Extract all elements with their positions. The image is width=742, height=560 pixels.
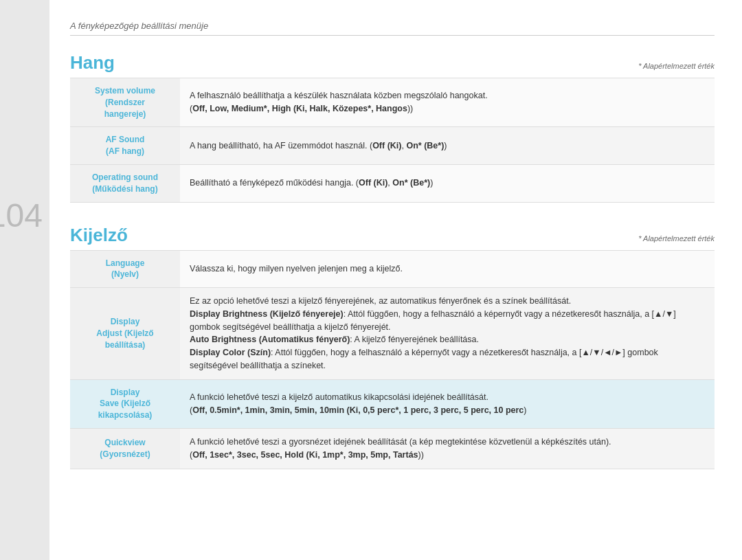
table-row: DisplayAdjust (Kijelzőbeállítása) Ez az … <box>70 288 715 380</box>
desc-language: Válassza ki, hogy milyen nyelven jelenje… <box>180 250 715 288</box>
table-row: System volume(Rendszerhangereje) A felha… <box>70 78 715 127</box>
kijelzo-table: Language(Nyelv) Válassza ki, hogy milyen… <box>70 250 715 469</box>
section-kijelzo-header: Kijelző * Alapértelmezett érték <box>70 225 715 246</box>
label-display-adjust: DisplayAdjust (Kijelzőbeállítása) <box>70 288 180 380</box>
desc-operating-sound: Beállítható a fényképező működési hangja… <box>180 164 715 202</box>
label-language: Language(Nyelv) <box>70 250 180 288</box>
section-kijelzo-title: Kijelző <box>70 225 128 246</box>
desc-system-volume: A felhasználó beállíthatja a készülék ha… <box>180 78 715 127</box>
label-af-sound: AF Sound(AF hang) <box>70 127 180 165</box>
desc-display-save: A funkció lehetővé teszi a kijelző autom… <box>180 379 715 428</box>
table-row: Operating sound(Működési hang) Beállítha… <box>70 164 715 202</box>
table-row: DisplaySave (Kijelzőkikapcsolása) A funk… <box>70 379 715 428</box>
label-system-volume: System volume(Rendszerhangereje) <box>70 78 180 127</box>
left-sidebar: 104 <box>0 0 49 560</box>
desc-display-adjust: Ez az opció lehetővé teszi a kijelző fén… <box>180 288 715 380</box>
main-content: A fényképezőgép beállítási menüje Hang *… <box>49 0 742 560</box>
default-value-note-kijelzo: * Alapértelmezett érték <box>638 234 715 243</box>
table-row: Quickview(Gyorsnézet) A funkció lehetővé… <box>70 429 715 469</box>
desc-af-sound: A hang beállítható, ha AF üzemmódot hasz… <box>180 127 715 165</box>
header-title: A fényképezőgép beállítási menüje <box>70 21 715 36</box>
desc-quickview: A funkció lehetővé teszi a gyorsnézet id… <box>180 429 715 469</box>
hang-table: System volume(Rendszerhangereje) A felha… <box>70 78 715 203</box>
section-hang-title: Hang <box>70 52 115 74</box>
section-kijelzo: Kijelző * Alapértelmezett érték Language… <box>70 225 715 469</box>
label-quickview: Quickview(Gyorsnézet) <box>70 429 180 469</box>
page-number: 104 <box>0 199 43 232</box>
label-operating-sound: Operating sound(Működési hang) <box>70 164 180 202</box>
page-wrapper: 104 A fényképezőgép beállítási menüje Ha… <box>0 0 742 560</box>
section-hang: Hang * Alapértelmezett érték System volu… <box>70 52 715 203</box>
table-row: AF Sound(AF hang) A hang beállítható, ha… <box>70 127 715 165</box>
default-value-note-hang: * Alapértelmezett érték <box>638 62 715 70</box>
table-row: Language(Nyelv) Válassza ki, hogy milyen… <box>70 250 715 288</box>
section-hang-header: Hang * Alapértelmezett érték <box>70 52 715 74</box>
label-display-save: DisplaySave (Kijelzőkikapcsolása) <box>70 379 180 428</box>
